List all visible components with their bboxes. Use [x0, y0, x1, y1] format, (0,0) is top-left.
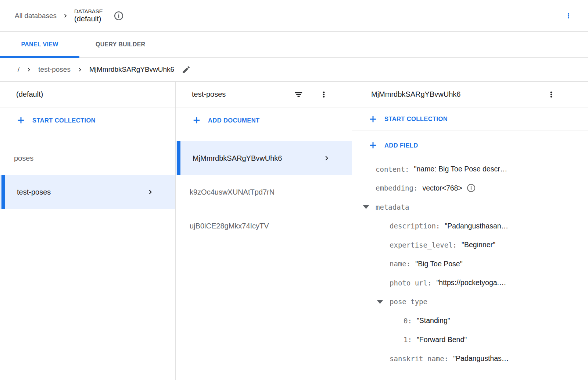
- field-key: metadata: [376, 203, 409, 211]
- document-id: MjMmrdbkSARgYBvwUhk6: [193, 154, 322, 163]
- field-row[interactable]: embedding: vector<768>: [352, 179, 588, 198]
- field-key: sanskrit_name:: [390, 355, 448, 363]
- field-value: "Big Toe Pose": [415, 260, 462, 268]
- expand-triangle-icon[interactable]: [376, 299, 390, 304]
- database-name: (default): [74, 15, 103, 23]
- field-key: 0:: [404, 317, 412, 325]
- tab-panel-view[interactable]: PANEL VIEW: [0, 32, 79, 57]
- view-tabs: PANEL VIEW QUERY BUILDER: [0, 32, 588, 58]
- add-field-button[interactable]: ADD FIELD: [352, 131, 588, 160]
- plus-icon: [369, 115, 377, 123]
- collection-panel: test-poses ADD DOCUMENT MjMmrdbkSARgYBvw…: [176, 82, 352, 380]
- plus-icon: [369, 141, 377, 149]
- document-id: k9zOc4uswXUNAtTpd7rN: [190, 188, 331, 196]
- database-header: All databases DATABASE (default): [0, 0, 588, 32]
- document-list-item[interactable]: MjMmrdbkSARgYBvwUhk6: [176, 141, 352, 175]
- field-key: 1:: [404, 335, 412, 344]
- database-panel-title: (default): [16, 90, 166, 99]
- field-row[interactable]: 0: "Standing": [352, 311, 588, 330]
- field-row[interactable]: metadata: [352, 198, 588, 217]
- field-value: vector<768>: [422, 184, 462, 192]
- collection-panel-title: test-poses: [192, 90, 294, 99]
- field-value: "name: Big Toe Pose descr…: [414, 165, 508, 173]
- add-document-button[interactable]: ADD DOCUMENT: [176, 107, 352, 133]
- start-collection-button[interactable]: START COLLECTION: [0, 107, 175, 133]
- document-panel-title: MjMmrdbkSARgYBvwUhk6: [371, 90, 547, 99]
- document-list-item[interactable]: ujB0iCE28gMkx74IcyTV: [176, 209, 352, 243]
- all-databases-link[interactable]: All databases: [15, 12, 57, 20]
- document-list-item[interactable]: k9zOc4uswXUNAtTpd7rN: [176, 175, 352, 209]
- plus-icon: [17, 116, 25, 124]
- field-value: "Padangusthas…: [453, 354, 509, 363]
- selected-indicator: [177, 141, 180, 175]
- field-key: name:: [390, 260, 410, 268]
- database-panel-header: (default): [0, 82, 175, 107]
- field-row[interactable]: content: "name: Big Toe Pose descr…: [352, 160, 588, 179]
- field-key: content:: [376, 165, 409, 173]
- firestore-panel-view: All databases DATABASE (default) PANEL V…: [0, 0, 588, 380]
- breadcrumb-document: MjMmrdbkSARgYBvwUhk6: [89, 65, 174, 74]
- field-value: "https://pocketyoga.…: [436, 278, 506, 287]
- plus-icon: [193, 116, 201, 124]
- document-panel: MjMmrdbkSARgYBvwUhk6 START COLLECTION AD…: [352, 82, 588, 380]
- field-row[interactable]: description: "Padangusthasan…: [352, 217, 588, 236]
- tab-query-builder[interactable]: QUERY BUILDER: [79, 32, 161, 57]
- database-panel: (default) START COLLECTION poses test-po…: [0, 82, 176, 380]
- collections-list: poses test-poses: [0, 141, 175, 209]
- tab-panel-view-label: PANEL VIEW: [21, 41, 58, 48]
- field-key: description:: [390, 222, 440, 230]
- collection-name: test-poses: [17, 188, 146, 196]
- edit-icon[interactable]: [182, 65, 191, 74]
- document-id: ujB0iCE28gMkx74IcyTV: [190, 222, 331, 230]
- field-value: "Padangusthasan…: [445, 222, 508, 230]
- field-key: photo_url:: [390, 279, 431, 287]
- start-collection-label: START COLLECTION: [32, 117, 96, 124]
- field-value: "Beginner": [462, 241, 495, 249]
- field-key: embedding:: [376, 184, 417, 192]
- breadcrumb-root[interactable]: /: [18, 65, 19, 74]
- selected-indicator: [1, 175, 5, 209]
- field-row[interactable]: pose_type: [352, 292, 588, 312]
- database-eyebrow: DATABASE: [74, 8, 103, 14]
- chevron-right-icon: [25, 66, 32, 73]
- chevron-right-icon: [76, 66, 83, 73]
- chevron-right-icon: [322, 154, 331, 163]
- tab-query-builder-label: QUERY BUILDER: [96, 41, 145, 48]
- add-field-label: ADD FIELD: [384, 142, 418, 149]
- field-row[interactable]: photo_url: "https://pocketyoga.…: [352, 273, 588, 292]
- database-breadcrumb: All databases DATABASE (default): [15, 8, 123, 23]
- document-panel-header: MjMmrdbkSARgYBvwUhk6: [352, 82, 588, 107]
- overflow-menu-icon[interactable]: [564, 10, 573, 22]
- chevron-right-icon: [146, 188, 155, 196]
- collection-name: poses: [14, 154, 155, 163]
- breadcrumb-collection[interactable]: test-poses: [38, 65, 71, 74]
- collection-list-item[interactable]: poses: [0, 141, 175, 175]
- database-label: DATABASE (default): [74, 8, 103, 23]
- filter-icon[interactable]: [294, 90, 303, 99]
- panels: (default) START COLLECTION poses test-po…: [0, 82, 588, 380]
- info-icon[interactable]: [467, 184, 476, 192]
- field-value: "Forward Bend": [417, 335, 467, 344]
- collection-menu-icon[interactable]: [319, 89, 328, 100]
- document-menu-icon[interactable]: [547, 89, 556, 100]
- chevron-right-icon: [62, 12, 69, 19]
- field-row[interactable]: sanskrit_name: "Padangusthas…: [352, 349, 588, 368]
- add-document-label: ADD DOCUMENT: [208, 117, 259, 124]
- collection-panel-header: test-poses: [176, 82, 352, 107]
- collection-list-item[interactable]: test-poses: [0, 175, 175, 209]
- expand-triangle-icon[interactable]: [362, 205, 376, 209]
- field-row[interactable]: name: "Big Toe Pose": [352, 255, 588, 274]
- document-path-breadcrumb: / test-poses MjMmrdbkSARgYBvwUhk6: [0, 58, 588, 82]
- start-collection-button[interactable]: START COLLECTION: [352, 107, 588, 131]
- field-row[interactable]: expertise_level: "Beginner": [352, 235, 588, 255]
- field-key: pose_type: [390, 298, 427, 306]
- field-row[interactable]: 1: "Forward Bend": [352, 330, 588, 349]
- field-key: expertise_level:: [390, 241, 457, 249]
- documents-list: MjMmrdbkSARgYBvwUhk6 k9zOc4uswXUNAtTpd7r…: [176, 141, 352, 243]
- info-icon[interactable]: [114, 11, 123, 21]
- field-value: "Standing": [417, 316, 450, 325]
- start-collection-label: START COLLECTION: [384, 116, 448, 122]
- fields-tree: content: "name: Big Toe Pose descr… embe…: [352, 160, 588, 368]
